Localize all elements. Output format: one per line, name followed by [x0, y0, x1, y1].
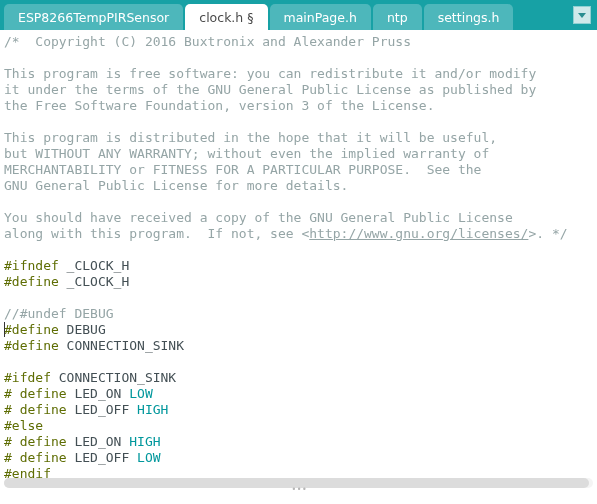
tab-menu-button[interactable]	[573, 6, 591, 24]
resize-grip[interactable]: • • •	[291, 487, 305, 493]
chevron-down-icon	[578, 13, 586, 18]
license-link[interactable]: http://www.gnu.org/licenses/	[309, 226, 528, 241]
tab-label: settings.h	[438, 10, 500, 25]
tab-clock-h-[interactable]: clock.h §	[185, 4, 267, 30]
tab-bar: ESP8266TempPIRSensorclock.h §mainPage.hn…	[0, 0, 597, 30]
editor-area: /* Copyright (C) 2016 Buxtronix and Alex…	[0, 30, 597, 494]
code-editor[interactable]: /* Copyright (C) 2016 Buxtronix and Alex…	[0, 30, 597, 484]
tab-label: ESP8266TempPIRSensor	[18, 10, 169, 25]
tab-esp8266temppirsensor[interactable]: ESP8266TempPIRSensor	[4, 4, 183, 30]
tab-label: mainPage.h	[284, 10, 357, 25]
tab-settings-h[interactable]: settings.h	[424, 4, 514, 30]
text-cursor	[4, 322, 5, 337]
tab-ntp[interactable]: ntp	[373, 4, 422, 30]
tab-label: ntp	[387, 10, 408, 25]
tab-label: clock.h §	[199, 10, 253, 25]
tab-mainpage-h[interactable]: mainPage.h	[270, 4, 371, 30]
